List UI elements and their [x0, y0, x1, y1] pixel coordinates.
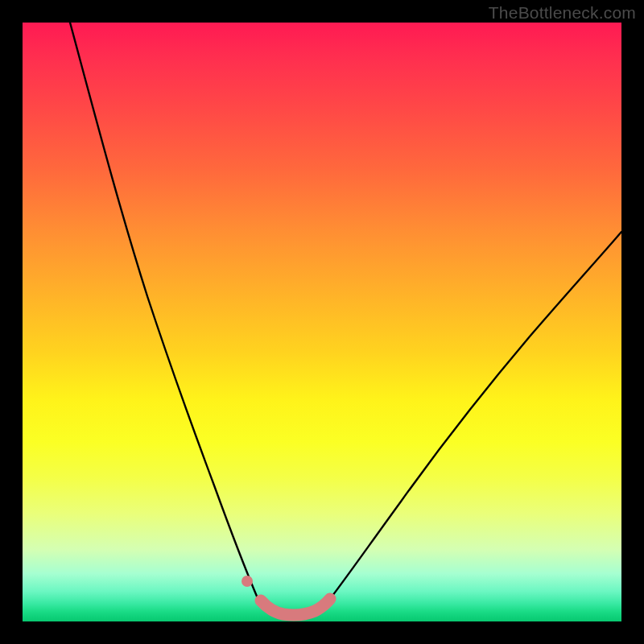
plot-area [23, 23, 621, 621]
highlight-dot [242, 576, 253, 587]
chart-svg [23, 23, 621, 621]
watermark-text: TheBottleneck.com [489, 3, 636, 23]
highlighted-valley-segment [261, 599, 330, 615]
curve-left-branch [70, 23, 258, 598]
curve-right-branch [330, 232, 621, 599]
chart-frame: TheBottleneck.com [0, 0, 644, 644]
